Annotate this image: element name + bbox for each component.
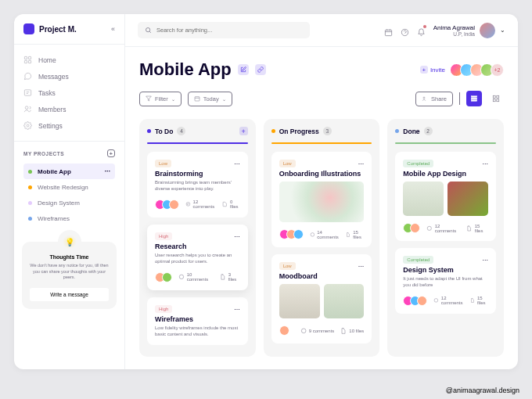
thoughts-title: Thoughts Time bbox=[30, 254, 109, 260]
svg-rect-16 bbox=[493, 99, 495, 102]
column-done: Done2 Completed··· Mobile App Design 12 … bbox=[387, 119, 504, 357]
thoughts-body: We don't have any notice for you, till t… bbox=[30, 263, 109, 281]
search-input[interactable] bbox=[156, 27, 303, 34]
home-icon bbox=[23, 56, 32, 64]
svg-rect-8 bbox=[385, 30, 391, 35]
collapse-sidebar-icon[interactable]: « bbox=[111, 25, 115, 33]
card-wireframes[interactable]: High··· Wireframes Low fidelity wirefram… bbox=[147, 297, 248, 346]
project-design-system[interactable]: Design System··· bbox=[23, 195, 115, 210]
svg-rect-1 bbox=[28, 56, 31, 59]
user-menu[interactable]: Anima Agrawal U.P, India ⌄ bbox=[433, 23, 505, 38]
project-website-redesign[interactable]: Website Redesign··· bbox=[23, 179, 115, 195]
svg-rect-0 bbox=[24, 56, 27, 59]
user-name: Anima Agrawal bbox=[433, 24, 475, 31]
column-progress: On Progress3 Low··· Onboarding Illustrat… bbox=[264, 119, 380, 357]
page-title: Mobile App bbox=[139, 59, 232, 80]
svg-point-5 bbox=[25, 106, 28, 110]
link-button[interactable] bbox=[255, 64, 266, 75]
svg-rect-15 bbox=[497, 95, 499, 98]
card-more-icon[interactable]: ··· bbox=[234, 160, 240, 167]
nav-tasks[interactable]: Tasks bbox=[23, 85, 115, 100]
card-onboarding[interactable]: Low··· Onboarding Illustrations 14 comme… bbox=[271, 152, 372, 247]
svg-rect-9 bbox=[195, 97, 200, 101]
svg-point-10 bbox=[423, 97, 425, 99]
add-card-button[interactable]: + bbox=[239, 127, 248, 135]
tasks-icon bbox=[23, 88, 32, 97]
thoughts-card: 💡 Thoughts Time We don't have any notice… bbox=[22, 242, 117, 309]
svg-rect-4 bbox=[24, 90, 31, 95]
svg-rect-11 bbox=[471, 96, 477, 98]
svg-rect-12 bbox=[471, 98, 477, 99]
add-project-button[interactable]: + bbox=[107, 149, 115, 157]
write-message-button[interactable]: Write a message bbox=[30, 288, 109, 301]
invite-button[interactable]: +Invite bbox=[420, 66, 445, 74]
column-todo: To Do4+ Low··· Brainstorming Brainstormi… bbox=[139, 119, 256, 357]
logo-text: Project M. bbox=[39, 25, 77, 34]
search-bar[interactable] bbox=[138, 22, 310, 38]
project-more-icon[interactable]: ··· bbox=[104, 167, 110, 175]
filter-button[interactable]: Filter⌄ bbox=[139, 92, 182, 106]
members-icon bbox=[23, 105, 32, 113]
svg-rect-17 bbox=[497, 99, 499, 102]
chevron-down-icon: ⌄ bbox=[500, 27, 505, 34]
nav-home[interactable]: Home bbox=[23, 52, 115, 67]
logo-icon bbox=[23, 23, 34, 34]
search-icon bbox=[145, 27, 152, 34]
avatars-more[interactable]: +2 bbox=[491, 63, 504, 77]
card-design-system[interactable]: Completed··· Design System It just needs… bbox=[395, 248, 496, 314]
svg-point-7 bbox=[146, 28, 150, 32]
calendar-icon[interactable] bbox=[384, 26, 393, 34]
edit-title-button[interactable] bbox=[238, 64, 249, 75]
user-location: U.P, India bbox=[433, 31, 475, 37]
svg-rect-13 bbox=[471, 100, 477, 102]
logo-row: Project M. « bbox=[14, 23, 124, 45]
nav-messages[interactable]: Messages bbox=[23, 69, 115, 84]
svg-point-6 bbox=[27, 124, 29, 127]
watermark: @animaagrawal.design bbox=[446, 386, 519, 394]
svg-rect-14 bbox=[493, 95, 495, 98]
message-icon bbox=[23, 72, 32, 81]
user-avatar bbox=[480, 23, 495, 38]
notification-icon[interactable] bbox=[417, 26, 426, 34]
help-icon[interactable] bbox=[401, 26, 409, 34]
bulb-icon: 💡 bbox=[58, 230, 81, 253]
view-board-button[interactable] bbox=[466, 91, 482, 106]
card-moodboard[interactable]: Low··· Moodboard 9 comments10 files bbox=[271, 254, 372, 343]
project-mobile-app[interactable]: Mobile App··· bbox=[23, 164, 115, 179]
card-research[interactable]: High··· Research User research helps you… bbox=[147, 225, 248, 290]
project-wireframes[interactable]: Wireframes··· bbox=[23, 210, 115, 226]
card-mobile-app-design[interactable]: Completed··· Mobile App Design 12 commen… bbox=[395, 152, 496, 241]
nav-members[interactable]: Members bbox=[23, 102, 115, 117]
view-grid-button[interactable] bbox=[488, 91, 504, 106]
svg-rect-3 bbox=[28, 60, 31, 63]
member-avatars[interactable]: +2 bbox=[450, 63, 504, 77]
projects-header: MY PROJECTS + bbox=[23, 149, 115, 164]
settings-icon bbox=[23, 121, 32, 130]
today-button[interactable]: Today⌄ bbox=[188, 92, 232, 106]
svg-rect-2 bbox=[24, 60, 27, 63]
card-image bbox=[279, 182, 365, 222]
card-brainstorming[interactable]: Low··· Brainstorming Brainstorming bring… bbox=[147, 152, 248, 217]
nav-settings[interactable]: Settings bbox=[23, 118, 115, 133]
share-button[interactable]: Share bbox=[415, 92, 453, 106]
